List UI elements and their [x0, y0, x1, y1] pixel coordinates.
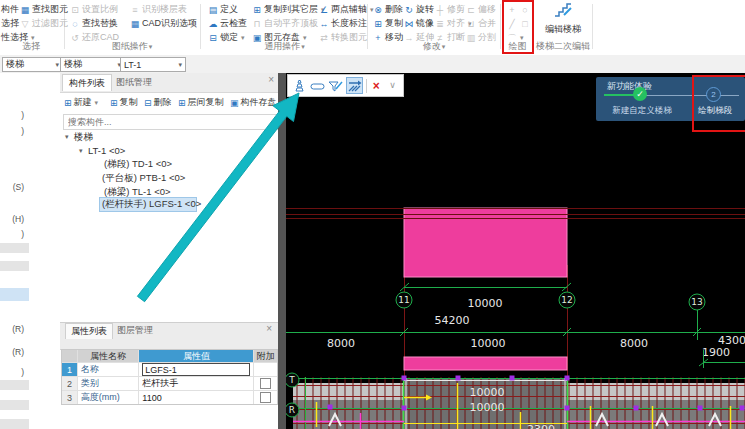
ribbon: 构件 选择 性选择▾ ▦查找图元 ▽过滤图元 选择 ⊡设置比例 ◌查找替换 ↺还… — [0, 0, 745, 56]
platform-board-tool-button[interactable] — [310, 77, 325, 94]
circle-tool-icon: ○ — [520, 5, 530, 15]
filter-element-button: ▽过滤图元 — [20, 17, 68, 30]
nav-item-partial[interactable]: ) — [0, 229, 24, 239]
axis-bubble-11: 11 — [398, 295, 409, 305]
close-icon[interactable]: × — [266, 324, 272, 334]
panel-splitter[interactable] — [278, 73, 286, 429]
axis-bubble-13: 13 — [691, 297, 702, 307]
trim-icon: ┼ — [435, 5, 445, 15]
stair-flight-tool-button[interactable] — [292, 77, 307, 94]
stepper-progress-rest — [640, 95, 739, 96]
nav-item-partial[interactable]: (S) — [0, 182, 24, 192]
tree-node-stair-flight[interactable]: (梯段) TD-1 <0> — [104, 157, 172, 170]
new-icon: ⊞ — [64, 98, 72, 108]
cad-identify-options-button[interactable]: ▦CAD识别选项 — [130, 17, 197, 30]
new-feature-stepper: 新功能体验 ✓ 2 新建自定义楼梯 绘制梯段 — [596, 77, 745, 121]
property-table: 属性名称 属性值 附加 1 名称 LGFS-1 2 类别 栏杆扶手 3 高度(m… — [61, 349, 278, 405]
merge-button: ⊔合并 — [466, 17, 496, 30]
group-label-stair-edit: 楼梯二次编辑 — [534, 40, 592, 53]
axis-bubble-12: 12 — [561, 295, 572, 305]
axis-bubble-R: R — [289, 405, 295, 415]
search-input[interactable] — [63, 114, 279, 130]
draw-region-tool-button[interactable] — [328, 77, 343, 94]
tree-node-lt1[interactable]: LT-1 <0> — [88, 144, 125, 157]
attach-checkbox[interactable] — [260, 378, 271, 389]
tab-layer-manage[interactable]: 图层管理 — [113, 323, 157, 338]
find-replace-button[interactable]: ◌查找替换 — [70, 17, 119, 30]
cancel-draw-button[interactable]: × — [370, 77, 383, 94]
group-label-general-ops[interactable]: 通用操作▾ — [202, 40, 367, 53]
cad-drawing: 10000 54200 11 12 13 8000 10000 8000 430… — [286, 73, 745, 429]
nav-item-partial[interactable]: (R) — [0, 347, 24, 357]
height-value[interactable]: 1100 — [138, 391, 253, 404]
step1-label[interactable]: 新建自定义楼梯 — [604, 105, 680, 117]
category-select[interactable]: 楼梯▾ — [2, 57, 63, 72]
tree-node-platform-slab[interactable]: (平台板) PTB-1 <0> — [102, 171, 185, 184]
nav-group-band — [0, 400, 29, 410]
railing-tool-button[interactable] — [346, 77, 363, 94]
module-nav-strip: ) ) (S) (H) ) (R) (R) ) — [0, 73, 30, 429]
step2-label[interactable]: 绘制梯段 — [690, 105, 740, 117]
expander-icon[interactable]: ▾ — [65, 130, 69, 143]
two-point-aux-axis-button[interactable]: ∠两点辅轴▾ — [319, 3, 374, 16]
nav-item-selected[interactable] — [0, 288, 29, 301]
cloud-check-button[interactable]: ☁云检查 — [208, 17, 247, 30]
tab-property-list[interactable]: 属性列表 — [65, 323, 113, 339]
element-selector-bar: 楼梯▾ 楼梯▾ LT-1▾ — [0, 55, 745, 74]
edit-stairs-button[interactable]: 编辑楼梯 — [534, 2, 592, 36]
offset-icon: ⊏ — [466, 5, 476, 15]
define-button[interactable]: ▤定义 — [208, 3, 247, 16]
copy-to-other-floors-button[interactable]: ⊞复制到其它层▾ — [252, 3, 325, 16]
group-label-drawing-ops[interactable]: 图纸操作▾ — [66, 40, 198, 53]
length-annotation-button[interactable]: ↔长度标注 — [319, 17, 374, 30]
attach-checkbox[interactable] — [260, 392, 271, 403]
interfloor-copy-icon: ⊞ — [178, 98, 186, 108]
nav-item-partial[interactable]: ) — [0, 367, 24, 377]
panel-gutter — [29, 73, 61, 429]
tree-node-railing[interactable]: (栏杆扶手) LGFS-1 <0> — [102, 197, 201, 210]
find-element-button[interactable]: ▦查找图元 — [20, 3, 68, 16]
define-icon: ▤ — [208, 5, 218, 15]
copy-to-other-floors-icon: ⊞ — [252, 5, 262, 15]
circle-tool-button: ○ — [520, 3, 530, 16]
cad-canvas[interactable]: 10000 54200 11 12 13 8000 10000 8000 430… — [286, 73, 745, 429]
nav-item-partial[interactable]: (H) — [0, 214, 24, 224]
line-tool-icon: ╱ — [507, 19, 517, 29]
property-row-category: 2 类别 栏杆扶手 — [62, 376, 277, 390]
nav-item-partial[interactable]: (R) — [0, 324, 24, 334]
name-value-field[interactable]: LGFS-1 — [142, 363, 250, 376]
collapse-toolbar-button[interactable]: ∨ — [386, 77, 399, 94]
copy-icon: ⊞ — [373, 19, 383, 29]
offset-button: ⊏偏移 — [466, 3, 496, 16]
nav-group-band — [0, 243, 29, 253]
nav-item-partial[interactable]: ) — [0, 110, 24, 120]
element-select[interactable]: LT-1▾ — [120, 57, 186, 72]
railing-element-selected[interactable] — [404, 357, 567, 370]
close-icon[interactable]: × — [268, 75, 274, 85]
group-label-draw: 绘图 — [504, 40, 531, 53]
tab-component-list[interactable]: 构件列表 — [62, 74, 112, 91]
delete-button[interactable]: ⊗删除 — [373, 3, 403, 16]
rotate-button[interactable]: ↻旋转 — [404, 3, 434, 16]
property-panel: × 属性列表 图层管理 属性名称 属性值 附加 1 名称 LGFS-1 2 类别… — [60, 322, 278, 429]
expander-icon[interactable]: ▾ — [79, 144, 83, 157]
interfloor-copy-button[interactable]: ⊞层间复制 — [178, 96, 224, 109]
tree-node-stairs[interactable]: 楼梯 — [74, 130, 93, 143]
delete-component-button[interactable]: ⊟删除 — [144, 96, 172, 109]
toolbar-divider — [366, 79, 367, 93]
copy-button[interactable]: ⊞复制 — [373, 17, 403, 30]
tab-drawing-manage[interactable]: 图纸管理 — [112, 74, 156, 90]
dim-seg2: 10000 — [471, 337, 506, 350]
align-icon: ≣ — [435, 19, 445, 29]
mirror-icon: ⋈ — [404, 19, 414, 29]
component-save-button[interactable]: ▣构件存盘 — [230, 96, 277, 109]
new-component-button[interactable]: ⊞新建▾ — [64, 96, 98, 109]
point-tool-icon: + — [507, 5, 517, 15]
nav-item-partial[interactable]: ) — [0, 126, 24, 136]
type-select[interactable]: 楼梯▾ — [60, 57, 125, 72]
copy-component-button[interactable]: ⊞复制 — [110, 96, 138, 109]
rect-tool-button: □ — [520, 17, 530, 30]
category-value[interactable]: 栏杆扶手 — [138, 377, 253, 390]
group-label-modify[interactable]: 修改▾ — [368, 40, 500, 53]
mirror-button[interactable]: ⋈镜像 — [404, 17, 434, 30]
